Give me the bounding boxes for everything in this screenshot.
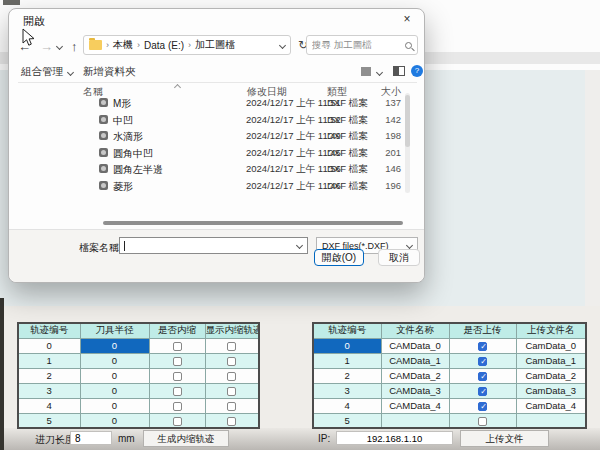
checkbox-unchecked-icon[interactable] xyxy=(478,417,487,426)
table-cell[interactable]: CamData_2 xyxy=(516,368,586,383)
breadcrumb[interactable]: ›本機›Data (E:)›加工圖檔 xyxy=(83,35,291,55)
cancel-button[interactable]: 取消 xyxy=(378,249,420,266)
table-cell[interactable] xyxy=(381,413,449,428)
table-cell[interactable] xyxy=(205,413,259,428)
table-column-header: 是否上传 xyxy=(449,323,516,338)
checkbox-unchecked-icon[interactable] xyxy=(227,417,236,426)
table-cell[interactable] xyxy=(149,383,205,398)
table-cell[interactable] xyxy=(449,353,516,368)
ip-input[interactable] xyxy=(336,431,453,445)
help-icon[interactable]: ? xyxy=(411,65,423,77)
table-cell[interactable] xyxy=(149,413,205,428)
file-row[interactable]: 水滴形2024/12/17 上午 11:49DXF 檔案198 xyxy=(93,128,403,144)
table-cell[interactable]: 0 xyxy=(313,338,381,353)
table-cell[interactable]: CAMData_3 xyxy=(381,383,449,398)
table-cell[interactable]: 1 xyxy=(18,353,80,368)
up-icon[interactable]: ↑ xyxy=(71,39,78,54)
table-cell[interactable]: CAMData_0 xyxy=(381,338,449,353)
table-cell[interactable]: 0 xyxy=(80,413,149,428)
file-row[interactable]: 圓角中凹2024/12/17 上午 11:45DXF 檔案201 xyxy=(93,145,403,161)
table-cell[interactable]: 0 xyxy=(18,338,80,353)
file-row[interactable]: 中凹2024/12/17 上午 11:52DXF 檔案142 xyxy=(93,112,403,128)
table-cell[interactable]: 1 xyxy=(313,353,381,368)
checkbox-unchecked-icon[interactable] xyxy=(227,387,236,396)
table-cell[interactable] xyxy=(205,368,259,383)
view-mode-chevron-icon[interactable] xyxy=(376,69,383,76)
close-icon[interactable]: × xyxy=(399,12,415,26)
table-cell[interactable] xyxy=(449,413,516,428)
generate-trajectory-button[interactable]: 生成内缩轨迹 xyxy=(143,430,229,447)
table-cell[interactable]: 0 xyxy=(80,353,149,368)
checkbox-unchecked-icon[interactable] xyxy=(173,387,182,396)
vertical-scrollbar-thumb[interactable] xyxy=(405,95,410,147)
checkbox-checked-icon[interactable] xyxy=(478,402,487,411)
recent-locations-chevron-icon[interactable] xyxy=(56,43,63,50)
table-cell[interactable] xyxy=(149,368,205,383)
checkbox-unchecked-icon[interactable] xyxy=(173,417,182,426)
table-cell[interactable]: CAMData_2 xyxy=(381,368,449,383)
checkbox-checked-icon[interactable] xyxy=(478,372,487,381)
horizontal-scrollbar[interactable] xyxy=(103,221,403,225)
table-cell[interactable]: 5 xyxy=(18,413,80,428)
table-cell[interactable]: 4 xyxy=(18,398,80,413)
breadcrumb-item[interactable]: 加工圖檔 xyxy=(195,38,235,52)
upload-files-button[interactable]: 上传文件 xyxy=(460,430,549,447)
table-cell[interactable]: CAMData_4 xyxy=(381,398,449,413)
table-cell[interactable]: CamData_4 xyxy=(516,398,586,413)
checkbox-unchecked-icon[interactable] xyxy=(227,357,236,366)
table-cell[interactable] xyxy=(205,338,259,353)
table-cell[interactable]: 0 xyxy=(80,383,149,398)
checkbox-unchecked-icon[interactable] xyxy=(227,372,236,381)
breadcrumb-item[interactable]: 本機 xyxy=(113,38,133,52)
table-cell[interactable]: 2 xyxy=(18,368,80,383)
table-cell[interactable]: CamData_1 xyxy=(516,353,586,368)
table-cell[interactable] xyxy=(149,338,205,353)
checkbox-unchecked-icon[interactable] xyxy=(173,402,182,411)
table-cell[interactable] xyxy=(449,338,516,353)
checkbox-unchecked-icon[interactable] xyxy=(227,342,236,351)
search-input[interactable]: 搜尋 加工圖檔 xyxy=(306,35,418,55)
forward-icon[interactable]: → xyxy=(40,39,53,54)
file-row[interactable]: M形2024/12/17 上午 11:51DXF 檔案137 xyxy=(93,95,403,111)
checkbox-unchecked-icon[interactable] xyxy=(173,342,182,351)
table-cell[interactable] xyxy=(205,353,259,368)
checkbox-checked-icon[interactable] xyxy=(478,357,487,366)
table-cell[interactable]: 5 xyxy=(313,413,381,428)
new-folder-button[interactable]: 新增資料夾 xyxy=(83,65,136,79)
table-cell[interactable]: CAMData_1 xyxy=(381,353,449,368)
checkbox-unchecked-icon[interactable] xyxy=(173,357,182,366)
table-cell[interactable] xyxy=(205,398,259,413)
table-cell[interactable] xyxy=(149,353,205,368)
table-cell[interactable] xyxy=(449,368,516,383)
checkbox-unchecked-icon[interactable] xyxy=(173,372,182,381)
view-mode-icon[interactable] xyxy=(361,67,371,76)
table-cell[interactable]: 2 xyxy=(313,368,381,383)
organize-menu[interactable]: 組合管理 xyxy=(21,65,63,79)
filename-input[interactable] xyxy=(119,237,308,254)
table-cell[interactable] xyxy=(205,383,259,398)
breadcrumb-chevron-icon[interactable] xyxy=(279,41,286,48)
table-cell[interactable]: 3 xyxy=(313,383,381,398)
checkbox-checked-icon[interactable] xyxy=(478,387,487,396)
table-cell[interactable] xyxy=(449,383,516,398)
breadcrumb-item[interactable]: Data (E:) xyxy=(144,40,184,51)
table-cell[interactable]: CamData_3 xyxy=(516,383,586,398)
table-cell[interactable]: 0 xyxy=(80,398,149,413)
table-cell[interactable] xyxy=(149,398,205,413)
vertical-scrollbar[interactable] xyxy=(405,93,410,193)
checkbox-unchecked-icon[interactable] xyxy=(227,402,236,411)
table-cell[interactable]: 4 xyxy=(313,398,381,413)
feed-length-input[interactable] xyxy=(70,431,112,445)
table-cell[interactable]: 3 xyxy=(18,383,80,398)
file-row[interactable]: 圓角左半邊2024/12/17 上午 11:56DXF 檔案146 xyxy=(93,161,403,177)
file-row[interactable]: 菱形2024/12/17 上午 11:46DXF 檔案196 xyxy=(93,178,403,194)
table-cell[interactable]: 0 xyxy=(80,338,149,353)
table-cell[interactable] xyxy=(516,413,586,428)
open-button[interactable]: 開啟(O) xyxy=(314,249,364,266)
table-cell[interactable]: CamData_0 xyxy=(516,338,586,353)
table-cell[interactable]: 0 xyxy=(80,368,149,383)
checkbox-checked-icon[interactable] xyxy=(478,342,487,351)
preview-pane-icon[interactable] xyxy=(393,66,405,76)
table-cell[interactable] xyxy=(449,398,516,413)
filename-chevron-icon[interactable] xyxy=(296,242,303,249)
